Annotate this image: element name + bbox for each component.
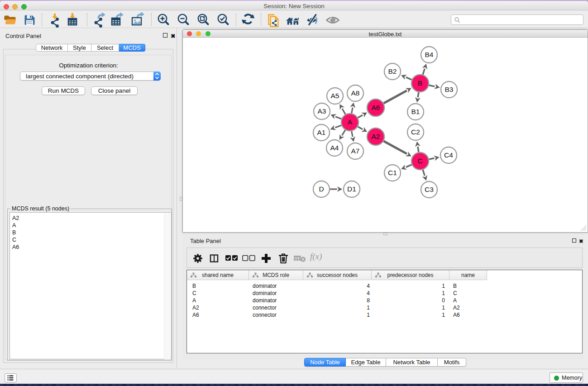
svg-text:A5: A5: [331, 92, 339, 100]
svg-text:B4: B4: [425, 51, 434, 58]
svg-text:A2: A2: [372, 133, 380, 140]
svg-text:C4: C4: [444, 151, 453, 159]
svg-text:A8: A8: [351, 89, 360, 97]
svg-text:B1: B1: [411, 108, 420, 115]
svg-text:A: A: [348, 118, 353, 126]
svg-text:C3: C3: [425, 186, 434, 193]
svg-text:B: B: [418, 79, 422, 87]
svg-text:A3: A3: [318, 107, 326, 115]
svg-text:C1: C1: [388, 169, 397, 176]
svg-text:A4: A4: [330, 144, 339, 152]
svg-text:A1: A1: [317, 129, 326, 136]
svg-text:A6: A6: [372, 104, 380, 111]
svg-text:D: D: [319, 185, 324, 193]
svg-text:B2: B2: [388, 67, 397, 75]
svg-text:A7: A7: [351, 147, 360, 155]
svg-text:D1: D1: [347, 185, 356, 193]
svg-text:C2: C2: [411, 128, 420, 136]
svg-text:B3: B3: [445, 86, 454, 93]
svg-text:C: C: [417, 157, 422, 165]
